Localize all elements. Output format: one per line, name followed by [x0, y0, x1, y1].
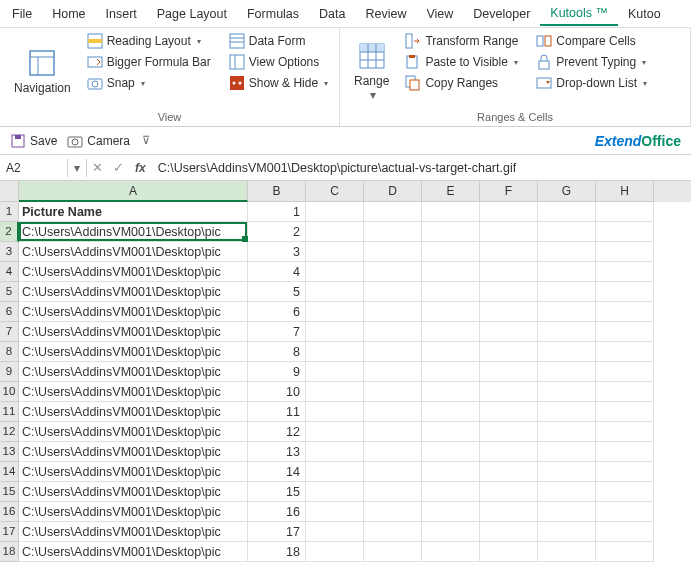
- cell[interactable]: [596, 382, 654, 402]
- cell[interactable]: [306, 202, 364, 222]
- cell[interactable]: [422, 362, 480, 382]
- cell[interactable]: 12: [248, 422, 306, 442]
- col-header-D[interactable]: D: [364, 181, 422, 202]
- cell[interactable]: [596, 462, 654, 482]
- navigation-button[interactable]: Navigation: [6, 32, 79, 110]
- save-button[interactable]: Save: [10, 133, 57, 149]
- cell[interactable]: C:\Users\AddinsVM001\Desktop\pic: [19, 222, 248, 242]
- row-header[interactable]: 16: [0, 502, 19, 522]
- cell[interactable]: [538, 382, 596, 402]
- cell[interactable]: [364, 442, 422, 462]
- cell[interactable]: [306, 442, 364, 462]
- cell[interactable]: 17: [248, 522, 306, 542]
- cell[interactable]: 13: [248, 442, 306, 462]
- cell[interactable]: [306, 462, 364, 482]
- cell[interactable]: [480, 542, 538, 562]
- cell[interactable]: [364, 482, 422, 502]
- cell[interactable]: 15: [248, 482, 306, 502]
- cell[interactable]: [306, 542, 364, 562]
- cell[interactable]: 9: [248, 362, 306, 382]
- cell[interactable]: [364, 222, 422, 242]
- row-header[interactable]: 11: [0, 402, 19, 422]
- cell[interactable]: [480, 262, 538, 282]
- range-button[interactable]: Range ▾: [346, 32, 397, 110]
- cell[interactable]: [480, 342, 538, 362]
- transform-range-button[interactable]: Transform Range: [401, 32, 522, 50]
- cell[interactable]: [422, 322, 480, 342]
- namebox-dropdown[interactable]: ▾: [68, 161, 86, 175]
- paste-visible-button[interactable]: Paste to Visible▾: [401, 53, 522, 71]
- cell[interactable]: [596, 222, 654, 242]
- cell[interactable]: [596, 442, 654, 462]
- cell[interactable]: [306, 402, 364, 422]
- cell[interactable]: [538, 522, 596, 542]
- cell[interactable]: [306, 522, 364, 542]
- cell[interactable]: [480, 502, 538, 522]
- cell[interactable]: [538, 282, 596, 302]
- cell[interactable]: C:\Users\AddinsVM001\Desktop\pic: [19, 362, 248, 382]
- cell[interactable]: [364, 542, 422, 562]
- cell[interactable]: [364, 502, 422, 522]
- cell[interactable]: [538, 262, 596, 282]
- cell[interactable]: [480, 282, 538, 302]
- menu-home[interactable]: Home: [42, 3, 95, 25]
- col-header-F[interactable]: F: [480, 181, 538, 202]
- cell[interactable]: [538, 482, 596, 502]
- cell[interactable]: [422, 402, 480, 422]
- cell[interactable]: [422, 222, 480, 242]
- row-header[interactable]: 3: [0, 242, 19, 262]
- cell[interactable]: [364, 462, 422, 482]
- cell[interactable]: 18: [248, 542, 306, 562]
- prevent-typing-button[interactable]: Prevent Typing▾: [532, 53, 651, 71]
- cell[interactable]: [306, 422, 364, 442]
- cell[interactable]: [538, 422, 596, 442]
- cell[interactable]: C:\Users\AddinsVM001\Desktop\pic: [19, 502, 248, 522]
- cell[interactable]: [596, 302, 654, 322]
- cell[interactable]: 6: [248, 302, 306, 322]
- cell[interactable]: [306, 482, 364, 502]
- col-header-A[interactable]: A: [19, 181, 248, 202]
- cell[interactable]: [538, 342, 596, 362]
- cell[interactable]: [538, 442, 596, 462]
- menu-review[interactable]: Review: [355, 3, 416, 25]
- cell[interactable]: [480, 382, 538, 402]
- cell[interactable]: 2: [248, 222, 306, 242]
- cell[interactable]: [480, 222, 538, 242]
- cell[interactable]: [538, 542, 596, 562]
- cell[interactable]: [306, 362, 364, 382]
- cell[interactable]: C:\Users\AddinsVM001\Desktop\pic: [19, 422, 248, 442]
- cell[interactable]: [596, 362, 654, 382]
- name-box[interactable]: A2: [0, 159, 68, 177]
- menu-data[interactable]: Data: [309, 3, 355, 25]
- compare-cells-button[interactable]: Compare Cells: [532, 32, 651, 50]
- cell[interactable]: [538, 242, 596, 262]
- cell[interactable]: [364, 242, 422, 262]
- menu-kutoo[interactable]: Kutoo: [618, 3, 671, 25]
- row-header[interactable]: 13: [0, 442, 19, 462]
- col-header-E[interactable]: E: [422, 181, 480, 202]
- cell[interactable]: 16: [248, 502, 306, 522]
- cell[interactable]: [480, 442, 538, 462]
- cell[interactable]: C:\Users\AddinsVM001\Desktop\pic: [19, 442, 248, 462]
- cell[interactable]: C:\Users\AddinsVM001\Desktop\pic: [19, 462, 248, 482]
- cell[interactable]: [422, 422, 480, 442]
- cell[interactable]: [480, 302, 538, 322]
- cell[interactable]: C:\Users\AddinsVM001\Desktop\pic: [19, 302, 248, 322]
- cell[interactable]: 4: [248, 262, 306, 282]
- cell[interactable]: [596, 482, 654, 502]
- menu-insert[interactable]: Insert: [96, 3, 147, 25]
- cell[interactable]: [422, 342, 480, 362]
- menu-pagelayout[interactable]: Page Layout: [147, 3, 237, 25]
- cell[interactable]: [538, 462, 596, 482]
- cell[interactable]: [596, 342, 654, 362]
- cell[interactable]: 11: [248, 402, 306, 422]
- row-header[interactable]: 7: [0, 322, 19, 342]
- qat-more-button[interactable]: ⊽: [142, 134, 150, 147]
- row-header[interactable]: 18: [0, 542, 19, 562]
- row-header[interactable]: 2: [0, 222, 19, 242]
- col-header-B[interactable]: B: [248, 181, 306, 202]
- cell[interactable]: [596, 502, 654, 522]
- cell[interactable]: [480, 242, 538, 262]
- cell[interactable]: [422, 302, 480, 322]
- cell[interactable]: C:\Users\AddinsVM001\Desktop\pic: [19, 322, 248, 342]
